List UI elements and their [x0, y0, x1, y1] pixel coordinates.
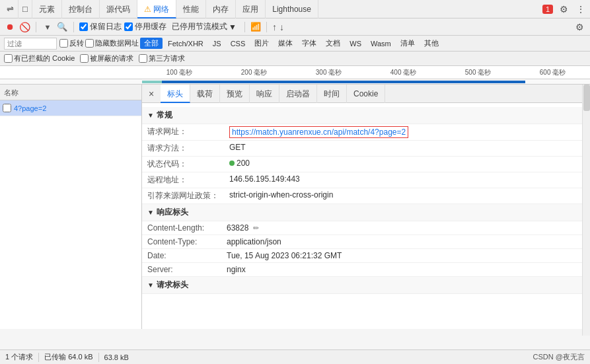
waterfall-request — [162, 81, 525, 83]
name-column-header: 名称 — [0, 85, 141, 100]
settings-icon[interactable]: ⚙ — [557, 3, 570, 16]
server-label: Server: — [142, 263, 221, 277]
third-party-checkbox[interactable]: 第三方请求 — [139, 54, 185, 63]
status-code-label: 状态代码： — [142, 157, 224, 172]
filter-tag-wasm[interactable]: Wasm — [367, 39, 395, 48]
filter-tag-img[interactable]: 图片 — [250, 38, 273, 49]
network-toolbar: ⏺ 🚫 ▼ 🔍 保留日志 停用缓存 已停用节流模式 ▼ 📶 ↑ ↓ ⚙ — [0, 18, 590, 36]
request-headers-section-header[interactable]: ▼ 请求标头 — [142, 277, 590, 294]
detail-tab-preview[interactable]: 预览 — [220, 85, 250, 103]
tab-sources[interactable]: 源代码 — [100, 0, 137, 18]
filter-tag-doc[interactable]: 文档 — [322, 38, 344, 49]
close-details-button[interactable]: × — [145, 87, 158, 100]
throttle-dropdown[interactable]: 已停用节流模式 ▼ — [169, 20, 239, 33]
tab-inspect[interactable]: □ — [18, 0, 32, 18]
resource-size: 63.8 kB — [104, 353, 129, 361]
filter-tag-css[interactable]: CSS — [227, 39, 250, 48]
content-type-label: Content-Type: — [142, 235, 221, 249]
hide-data-url-checkbox[interactable]: 隐藏数据网址 — [85, 38, 139, 48]
blocked-request-label: 被屏蔽的请求 — [90, 54, 133, 63]
tab-console[interactable]: 控制台 — [62, 0, 100, 18]
request-count: 1 个请求 — [5, 352, 33, 362]
separator-3 — [244, 22, 245, 32]
status-bar: 1 个请求 已传输 64.0 kB 63.8 kB CSDN @夜无言 — [0, 349, 590, 364]
detail-tab-payload[interactable]: 载荷 — [190, 85, 220, 103]
request-url-row: 请求网址： https://match.yuanrenxue.cn/api/ma… — [142, 124, 590, 141]
warning-icon: ⚠ — [144, 5, 151, 14]
waterfall-dns — [142, 81, 162, 83]
detail-tab-response[interactable]: 响应 — [250, 85, 279, 103]
hide-data-url-label: 隐藏数据网址 — [95, 38, 139, 48]
transferred-size: 已传输 64.0 kB — [44, 352, 92, 362]
request-method-row: 请求方法： GET — [142, 141, 590, 157]
filter-tag-fetch-xhr[interactable]: Fetch/XHR — [164, 39, 207, 48]
filter-options: 反转 隐藏数据网址 全部 Fetch/XHR JS CSS 图片 媒体 字体 文… — [59, 38, 586, 49]
filter-tag-other[interactable]: 其他 — [420, 38, 443, 49]
filter-input[interactable] — [4, 38, 57, 50]
more-options-icon[interactable]: ⋮ — [574, 3, 587, 16]
server-row: Server: nginx — [142, 263, 590, 277]
general-collapse-arrow: ▼ — [147, 112, 154, 119]
network-settings-icon[interactable]: ⚙ — [573, 20, 586, 34]
tab-lighthouse[interactable]: Lighthouse — [266, 0, 318, 18]
tab-arrows[interactable]: ⇌ — [3, 0, 18, 18]
upload-icon[interactable]: ↑ — [272, 22, 277, 32]
filter-tag-manifest[interactable]: 清单 — [396, 38, 419, 49]
filter-tag-ws[interactable]: WS — [346, 39, 365, 48]
scrollbar-thumb[interactable] — [583, 85, 590, 111]
general-section-header[interactable]: ▼ 常规 — [142, 107, 590, 124]
tab-memory[interactable]: 内存 — [206, 0, 236, 18]
request-url-link[interactable]: https://match.yuanrenxue.cn/api/match/4?… — [229, 126, 408, 138]
response-headers-section-header[interactable]: ▼ 响应标头 — [142, 204, 590, 221]
record-button[interactable]: ⏺ — [4, 21, 16, 33]
timeline-bar: 100 毫秒 200 毫秒 300 毫秒 400 毫秒 500 毫秒 600 毫… — [0, 66, 590, 79]
blocked-cookie-checkbox[interactable]: 有已拦截的 Cookie — [4, 54, 75, 63]
blocked-request-checkbox[interactable]: 被屏蔽的请求 — [80, 54, 133, 63]
request-row[interactable]: 4?page=2 — [0, 100, 141, 116]
filter-tag-font[interactable]: 字体 — [298, 38, 320, 49]
content-length-label: Content-Length: — [142, 221, 221, 235]
status-code-value: 200 — [224, 157, 590, 172]
search-button[interactable]: 🔍 — [56, 21, 68, 33]
tab-network[interactable]: ⚠ 网络 — [137, 0, 176, 18]
clear-button[interactable]: 🚫 — [18, 21, 30, 33]
requests-panel: 名称 4?page=2 — [0, 85, 142, 329]
response-headers-arrow: ▼ — [147, 209, 154, 216]
detail-tab-headers[interactable]: 标头 — [161, 85, 190, 103]
request-headers-label: 请求标头 — [157, 279, 188, 291]
separator-1 — [36, 22, 36, 32]
response-headers-table: Content-Length: 63828 ✏ Content-Type: ap… — [142, 221, 590, 277]
preserve-log-checkbox[interactable]: 保留日志 — [79, 21, 122, 32]
content-type-row: Content-Type: application/json — [142, 235, 590, 249]
invert-checkbox[interactable]: 反转 — [59, 38, 84, 48]
content-length-row: Content-Length: 63828 ✏ — [142, 221, 590, 235]
request-url-value: https://match.yuanrenxue.cn/api/match/4?… — [224, 124, 590, 141]
request-row-name: 4?page=2 — [14, 104, 46, 112]
tab-elements[interactable]: 元素 — [32, 0, 62, 18]
filter-toggle-button[interactable]: ▼ — [42, 21, 54, 33]
request-row-checkbox[interactable] — [3, 104, 11, 112]
detail-tab-initiator[interactable]: 启动器 — [279, 85, 317, 103]
requests-header: 名称 — [0, 85, 141, 100]
details-content: ▼ 常规 请求网址： https://match.yuanrenxue.cn/a… — [142, 103, 590, 329]
download-icon[interactable]: ↓ — [279, 22, 284, 32]
timeline-label-400: 400 毫秒 — [366, 68, 441, 77]
tab-application[interactable]: 应用 — [236, 0, 266, 18]
timeline-label-200: 200 毫秒 — [217, 68, 291, 77]
status-code-row: 状态代码： 200 — [142, 157, 590, 172]
timeline-label-100: 100 毫秒 — [142, 68, 217, 77]
edit-icon[interactable]: ✏ — [253, 224, 259, 232]
tab-performance[interactable]: 性能 — [176, 0, 206, 18]
content-length-value: 63828 ✏ — [221, 221, 590, 235]
timeline-labels: 100 毫秒 200 毫秒 300 毫秒 400 毫秒 500 毫秒 600 毫… — [0, 68, 590, 77]
content-length-text: 63828 — [227, 223, 248, 233]
request-method-value: GET — [224, 141, 590, 157]
dropdown-arrow: ▼ — [229, 22, 237, 32]
content-type-value: application/json — [221, 235, 590, 249]
detail-tab-timing[interactable]: 时间 — [317, 85, 347, 103]
filter-tag-all[interactable]: 全部 — [140, 38, 163, 49]
detail-tab-cookie[interactable]: Cookie — [347, 85, 385, 103]
filter-tag-media[interactable]: 媒体 — [274, 38, 297, 49]
disable-cache-checkbox[interactable]: 停用缓存 — [124, 21, 166, 32]
filter-tag-js[interactable]: JS — [209, 39, 225, 48]
